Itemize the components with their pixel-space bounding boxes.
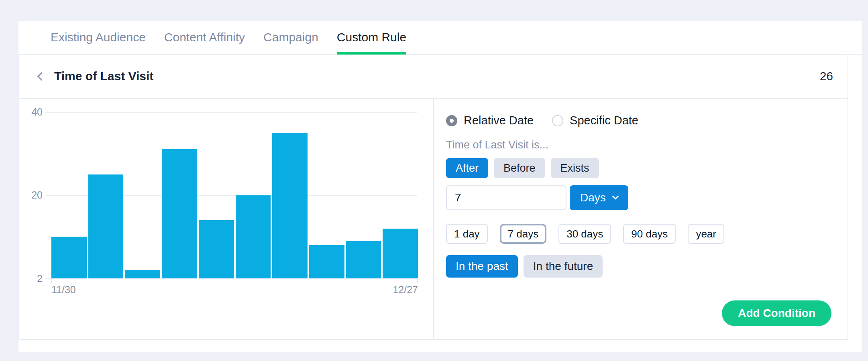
page-title: Time of Last Visit <box>54 69 153 83</box>
tab-custom-rule[interactable]: Custom Rule <box>337 21 406 54</box>
axis-baseline <box>45 278 417 279</box>
tab-campaign[interactable]: Campaign <box>263 21 318 54</box>
rule-form: Relative Date Specific Date Time of Last… <box>434 99 848 339</box>
audience-rule-card: Existing Audience Content Affinity Campa… <box>18 21 862 352</box>
x-axis-tick <box>51 279 52 283</box>
bar <box>88 174 124 278</box>
x-start-label: 11/30 <box>51 284 76 296</box>
custom-rule-panel: Time of Last Visit 26 40 20 2 11/30 12/2… <box>18 55 848 340</box>
x-end-label: 12/27 <box>393 284 418 296</box>
operator-exists-button[interactable]: Exists <box>551 158 599 178</box>
specific-date-radio[interactable] <box>552 115 563 126</box>
value-unit-row: Days <box>446 185 628 210</box>
panel-body: 40 20 2 11/30 12/27 Relative Date Specif… <box>19 99 848 339</box>
bar <box>272 133 308 278</box>
tab-existing-audience[interactable]: Existing Audience <box>51 21 146 54</box>
preset-1-day-chip[interactable]: 1 day <box>446 224 488 244</box>
unit-dropdown-value: Days <box>580 191 606 204</box>
bar-series <box>51 112 418 278</box>
bar <box>162 149 197 278</box>
bar <box>125 270 160 278</box>
relative-date-radio[interactable] <box>446 115 457 126</box>
panel-header: Time of Last Visit 26 <box>19 55 848 99</box>
y-tick-label: 40 <box>19 106 43 118</box>
in-the-future-button[interactable]: In the future <box>524 255 603 278</box>
bar <box>309 245 344 278</box>
bar <box>236 195 271 279</box>
value-input[interactable] <box>446 185 566 210</box>
in-the-past-button[interactable]: In the past <box>446 255 518 278</box>
preset-90-days-chip[interactable]: 90 days <box>623 224 676 244</box>
operator-after-button[interactable]: After <box>446 158 488 178</box>
back-chevron-icon[interactable] <box>37 72 46 80</box>
direction-button-group: In the past In the future <box>446 255 603 278</box>
x-axis-tick <box>417 279 418 283</box>
preset-year-chip[interactable]: year <box>688 224 724 244</box>
y-tick-label: 20 <box>19 189 43 201</box>
bar <box>199 220 234 278</box>
bar <box>383 229 418 279</box>
unit-dropdown-button[interactable]: Days <box>570 185 628 210</box>
bar <box>51 237 87 278</box>
bar <box>346 241 381 278</box>
result-count: 26 <box>820 69 833 83</box>
relative-date-label[interactable]: Relative Date <box>464 114 534 127</box>
y-tick-label: 2 <box>19 272 43 284</box>
tab-bar: Existing Audience Content Affinity Campa… <box>18 21 862 55</box>
tab-content-affinity[interactable]: Content Affinity <box>164 21 245 54</box>
specific-date-label[interactable]: Specific Date <box>570 114 638 127</box>
preset-30-days-chip[interactable]: 30 days <box>558 224 611 244</box>
preset-chip-group: 1 day 7 days 30 days 90 days year <box>446 224 724 244</box>
operator-button-group: After Before Exists <box>446 158 599 178</box>
x-axis-labels: 11/30 12/27 <box>51 284 418 296</box>
operator-before-button[interactable]: Before <box>494 158 545 178</box>
preset-7-days-chip[interactable]: 7 days <box>500 224 547 244</box>
add-condition-button[interactable]: Add Condition <box>722 300 831 326</box>
last-visit-histogram: 40 20 2 11/30 12/27 <box>19 99 434 339</box>
date-mode-radio-group: Relative Date Specific Date <box>446 114 638 127</box>
rule-caption: Time of Last Visit is... <box>446 139 548 151</box>
chevron-down-icon <box>612 193 619 200</box>
